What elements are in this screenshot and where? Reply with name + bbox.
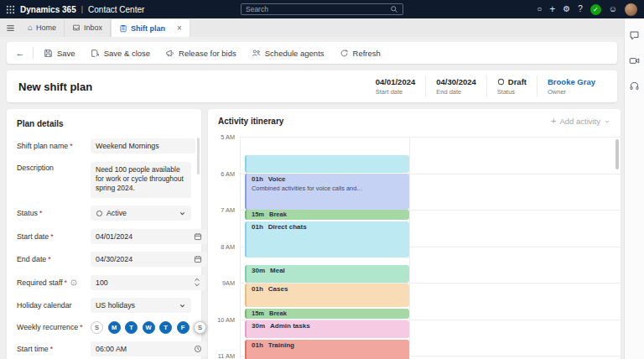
global-search[interactable] xyxy=(241,3,403,15)
status-check-badge-icon[interactable]: ✓ xyxy=(590,4,601,15)
day-saturday[interactable]: S xyxy=(194,321,206,334)
description-field[interactable]: Need 100 people available for work or cy… xyxy=(91,162,191,198)
tab-shift-plan[interactable]: Shift plan × xyxy=(111,18,190,37)
end-date-input[interactable] xyxy=(96,255,190,263)
draft-status-icon xyxy=(497,78,505,86)
stepper-icons[interactable] xyxy=(194,278,200,287)
video-camera-icon[interactable] xyxy=(628,54,641,67)
refresh-button[interactable]: Refresh xyxy=(332,42,388,64)
shift-plan-name-field[interactable] xyxy=(91,138,195,153)
help-icon[interactable]: ? xyxy=(578,5,583,13)
info-icon[interactable] xyxy=(70,279,77,286)
tab-inbox[interactable]: Inbox xyxy=(65,18,111,37)
headset-icon[interactable] xyxy=(628,79,641,92)
feedback-smiley-icon[interactable]: ☺ xyxy=(609,5,617,13)
plan-details-panel: Plan details Shift plan name* Descriptio… xyxy=(7,109,201,359)
day-monday[interactable]: M xyxy=(108,321,121,334)
user-avatar[interactable] xyxy=(625,3,637,16)
activity-block-admin-tasks[interactable]: 30mAdmin tasks xyxy=(245,320,409,338)
close-tab-icon[interactable]: × xyxy=(177,23,182,33)
calendar-icon[interactable] xyxy=(194,255,202,263)
day-wednesday[interactable]: W xyxy=(143,321,155,334)
end-date-label: End date* xyxy=(17,255,91,263)
add-activity-button[interactable]: + Add activity xyxy=(551,117,610,126)
start-time-input[interactable] xyxy=(96,345,190,353)
settings-gear-icon[interactable]: ⚙ xyxy=(563,5,570,13)
schedule-agents-label: Schedule agents xyxy=(265,49,325,58)
activity-block-break[interactable]: 15mBreak xyxy=(245,210,409,220)
activity-name: Voice xyxy=(268,175,286,184)
search-input[interactable] xyxy=(246,5,390,13)
save-button[interactable]: Save xyxy=(36,42,83,64)
schedule-agents-button[interactable]: Schedule agents xyxy=(244,42,332,64)
header-owner-value[interactable]: Brooke Gray xyxy=(548,77,595,86)
status-dropdown[interactable]: Active xyxy=(91,206,191,221)
home-icon: ⌂ xyxy=(28,23,33,32)
presence-icon[interactable]: ○ xyxy=(537,5,542,13)
save-and-close-button[interactable]: Save & close xyxy=(83,42,158,64)
brand-divider: | xyxy=(81,5,83,13)
day-sunday[interactable]: S xyxy=(91,321,103,334)
holiday-calendar-label: Holiday calendar xyxy=(17,301,91,310)
day-friday[interactable]: F xyxy=(177,321,190,334)
activity-block-meal[interactable]: 30mMeal xyxy=(245,265,409,283)
activity-block[interactable] xyxy=(245,155,409,173)
activity-block-cases[interactable]: 01hCases xyxy=(245,284,409,307)
activity-duration: 01h xyxy=(252,175,263,184)
end-date-field[interactable] xyxy=(91,252,207,267)
hour-label: 7 AM xyxy=(208,206,235,214)
clock-icon[interactable] xyxy=(194,345,202,353)
release-for-bids-button[interactable]: Release for bids xyxy=(158,42,244,64)
top-app-bar: Dynamics 365 | Contact Center ○ + ⚙ ? ✓ … xyxy=(0,0,644,18)
chat-icon[interactable] xyxy=(628,29,641,42)
activity-block-training[interactable]: 01hTraining xyxy=(245,340,409,359)
day-tuesday[interactable]: T xyxy=(125,321,138,334)
required-staff-input[interactable] xyxy=(96,278,190,287)
field-end-date: End date* xyxy=(17,252,191,267)
app-name[interactable]: Contact Center xyxy=(88,5,144,14)
shift-plan-name-label: Shift plan name* xyxy=(17,142,91,150)
gridline xyxy=(240,137,621,138)
header-owner: Brooke Gray Owner xyxy=(537,75,605,98)
activity-block-voice[interactable]: 01hVoice Combined activities for voice c… xyxy=(245,174,409,210)
hamburger-menu-icon[interactable] xyxy=(0,18,20,37)
add-icon[interactable]: + xyxy=(549,4,555,14)
itinerary-header: Activity itinerary + Add activity xyxy=(208,109,621,129)
right-app-rail xyxy=(624,18,644,359)
day-thursday[interactable]: T xyxy=(159,321,172,334)
required-asterisk: * xyxy=(80,323,82,331)
back-button[interactable]: ← xyxy=(10,42,30,64)
header-status-text: Draft xyxy=(508,77,527,86)
holiday-calendar-dropdown[interactable]: US holidays xyxy=(91,298,191,313)
start-date-input[interactable] xyxy=(96,232,190,241)
required-staff-label: Required staff* xyxy=(17,278,91,287)
hour-label: 8 AM xyxy=(208,243,235,251)
activity-subtitle: Combined activities for voice calls and.… xyxy=(252,185,404,192)
start-time-field[interactable] xyxy=(91,341,207,356)
itinerary-scrollbar[interactable] xyxy=(615,139,619,169)
gridline-vertical xyxy=(409,137,410,359)
status-value: Active xyxy=(106,209,127,217)
page-title: New shift plan xyxy=(18,81,92,93)
left-panel-scrollbar[interactable] xyxy=(197,138,200,174)
activity-block-direct-chats[interactable]: 01hDirect chats xyxy=(245,221,409,258)
required-staff-stepper[interactable] xyxy=(91,275,205,290)
required-asterisk: * xyxy=(48,255,50,263)
calendar-icon[interactable] xyxy=(194,232,202,241)
brand-name[interactable]: Dynamics 365 xyxy=(20,5,76,14)
field-start-date: Start date* xyxy=(17,229,191,244)
waffle-menu-icon[interactable] xyxy=(0,0,20,18)
plus-icon: + xyxy=(551,117,556,126)
activity-block-break-2[interactable]: 15mBreak xyxy=(245,309,409,319)
hour-label: 6 AM xyxy=(208,170,235,178)
chevron-down-icon xyxy=(179,302,186,310)
shift-plan-name-input[interactable] xyxy=(96,142,190,150)
tab-shift-plan-label: Shift plan xyxy=(131,24,165,33)
tab-home[interactable]: ⌂ Home xyxy=(20,18,65,37)
release-for-bids-label: Release for bids xyxy=(179,49,236,58)
start-date-field[interactable] xyxy=(91,229,207,244)
holiday-calendar-value: US holidays xyxy=(96,301,135,310)
record-header: New shift plan 04/01/2024 Start date 04/… xyxy=(7,70,617,102)
status-option-icon xyxy=(96,210,103,217)
weekday-picker: S M T W T F S xyxy=(91,321,206,334)
